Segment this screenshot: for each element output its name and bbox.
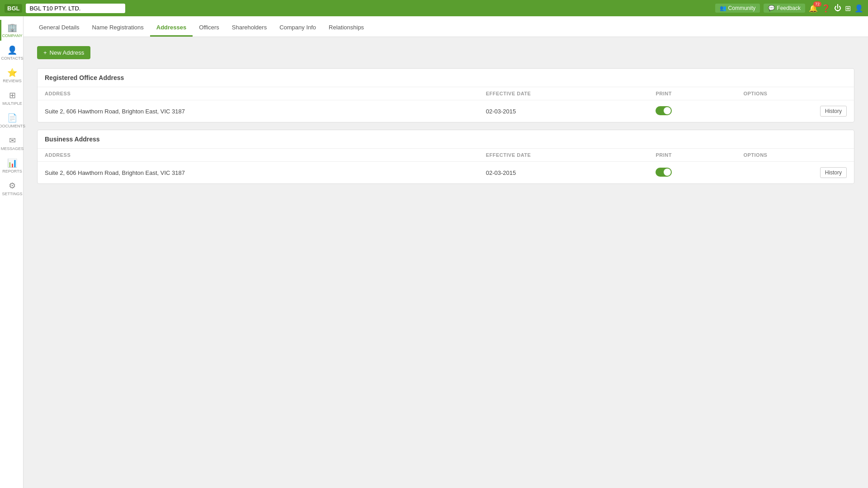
col-address-2: ADDRESS xyxy=(38,149,479,162)
feedback-button[interactable]: 💬 Feedback xyxy=(764,4,805,13)
business-address-header-row: ADDRESS EFFECTIVE DATE PRINT OPTIONS xyxy=(38,149,854,162)
col-effective-date-2: EFFECTIVE DATE xyxy=(479,149,649,162)
tab-bar: General Details Name Registrations Addre… xyxy=(24,16,868,37)
contacts-icon: 👤 xyxy=(7,45,17,55)
tab-name-registrations[interactable]: Name Registrations xyxy=(86,19,150,37)
user-icon[interactable]: 👤 xyxy=(854,4,863,13)
topbar-logo: BGL xyxy=(5,4,22,13)
business-print-toggle xyxy=(648,162,736,184)
table-row: Suite 2, 606 Hawthorn Road, Brighton Eas… xyxy=(38,100,854,122)
sidebar-item-messages[interactable]: ✉ MESSAGES xyxy=(0,133,23,154)
registered-address-value: Suite 2, 606 Hawthorn Road, Brighton Eas… xyxy=(38,100,479,122)
sidebar-item-documents[interactable]: 📄 DOCUMENTS xyxy=(0,110,23,131)
registered-print-toggle xyxy=(648,100,736,122)
sidebar-item-multiple-label: MULTIPLE xyxy=(2,101,22,106)
business-options-cell: History xyxy=(736,162,854,184)
registered-address-table: ADDRESS EFFECTIVE DATE PRINT OPTIONS Sui… xyxy=(38,87,854,122)
sidebar-item-settings[interactable]: ⚙ SETTINGS xyxy=(0,178,23,199)
addresses-content: + New Address Registered Office Address … xyxy=(24,37,868,200)
community-button[interactable]: 👥 Community xyxy=(715,4,760,13)
grid-icon[interactable]: ⊞ xyxy=(845,4,851,13)
sidebar-item-reports[interactable]: 📊 REPORTS xyxy=(0,155,23,176)
registered-address-header-row: ADDRESS EFFECTIVE DATE PRINT OPTIONS xyxy=(38,87,854,100)
community-label: Community xyxy=(728,5,756,11)
sidebar-item-company[interactable]: 🏢 COMPANY xyxy=(0,20,23,41)
main-content: General Details Name Registrations Addre… xyxy=(24,16,868,488)
business-address-value: Suite 2, 606 Hawthorn Road, Brighton Eas… xyxy=(38,162,479,184)
registered-effective-date: 02-03-2015 xyxy=(479,100,649,122)
topbar-left: BGL xyxy=(5,4,125,13)
reviews-icon: ⭐ xyxy=(7,68,17,78)
registered-print-toggle-control[interactable] xyxy=(656,106,672,115)
col-options-2: OPTIONS xyxy=(736,149,854,162)
col-print-2: PRINT xyxy=(648,149,736,162)
power-icon[interactable]: ⏻ xyxy=(834,4,841,12)
tab-relationships[interactable]: Relationships xyxy=(322,19,370,37)
sidebar-item-company-label: COMPANY xyxy=(2,33,23,38)
sidebar-item-messages-label: MESSAGES xyxy=(1,146,24,151)
topbar-right: 👥 Community 💬 Feedback 🔔 72 ❓ ⏻ ⊞ 👤 xyxy=(715,4,863,13)
tab-officers[interactable]: Officers xyxy=(193,19,226,37)
business-address-title: Business Address xyxy=(38,130,854,149)
company-search-input[interactable] xyxy=(26,4,125,13)
tab-addresses[interactable]: Addresses xyxy=(150,19,193,37)
reports-icon: 📊 xyxy=(7,158,17,168)
settings-icon: ⚙ xyxy=(9,181,16,191)
sidebar-item-settings-label: SETTINGS xyxy=(2,192,23,196)
new-address-button[interactable]: + New Address xyxy=(37,46,90,59)
col-print-1: PRINT xyxy=(648,87,736,100)
messages-icon: ✉ xyxy=(9,136,16,145)
business-address-card: Business Address ADDRESS EFFECTIVE DATE … xyxy=(37,130,854,184)
table-row: Suite 2, 606 Hawthorn Road, Brighton Eas… xyxy=(38,162,854,184)
sidebar-item-contacts-label: CONTACTS xyxy=(1,56,24,61)
sidebar-item-documents-label: DOCUMENTS xyxy=(0,124,25,128)
tab-general-details[interactable]: General Details xyxy=(33,19,86,37)
plus-icon: + xyxy=(43,49,47,56)
sidebar-item-multiple[interactable]: ⊞ MULTIPLE xyxy=(0,88,23,108)
sidebar-item-contacts[interactable]: 👤 CONTACTS xyxy=(0,42,23,63)
registered-address-title: Registered Office Address xyxy=(38,69,854,87)
business-print-toggle-control[interactable] xyxy=(656,168,672,177)
business-address-table: ADDRESS EFFECTIVE DATE PRINT OPTIONS Sui… xyxy=(38,149,854,183)
community-icon: 👥 xyxy=(720,5,726,11)
company-icon: 🏢 xyxy=(7,23,17,33)
app-layout: 🏢 COMPANY 👤 CONTACTS ⭐ REVIEWS ⊞ MULTIPL… xyxy=(0,16,868,488)
sidebar-item-reviews-label: REVIEWS xyxy=(3,79,22,83)
notification-badge: 72 xyxy=(813,1,821,7)
col-effective-date-1: EFFECTIVE DATE xyxy=(479,87,649,100)
registered-address-card: Registered Office Address ADDRESS EFFECT… xyxy=(37,68,854,122)
business-effective-date: 02-03-2015 xyxy=(479,162,649,184)
sidebar-item-reviews[interactable]: ⭐ REVIEWS xyxy=(0,65,23,86)
sidebar: 🏢 COMPANY 👤 CONTACTS ⭐ REVIEWS ⊞ MULTIPL… xyxy=(0,16,24,488)
notification-bell[interactable]: 🔔 72 xyxy=(809,4,818,13)
new-address-label: New Address xyxy=(50,49,85,56)
help-icon[interactable]: ❓ xyxy=(821,4,830,13)
feedback-label: Feedback xyxy=(777,5,801,11)
topbar: BGL 👥 Community 💬 Feedback 🔔 72 ❓ ⏻ ⊞ 👤 xyxy=(0,0,868,16)
tab-company-info[interactable]: Company Info xyxy=(273,19,322,37)
registered-history-button[interactable]: History xyxy=(820,106,847,117)
feedback-icon: 💬 xyxy=(768,5,775,11)
sidebar-item-reports-label: REPORTS xyxy=(2,169,22,174)
documents-icon: 📄 xyxy=(7,113,17,123)
business-history-button[interactable]: History xyxy=(820,167,847,178)
tab-shareholders[interactable]: Shareholders xyxy=(226,19,273,37)
multiple-icon: ⊞ xyxy=(9,90,16,100)
registered-options-cell: History xyxy=(736,100,854,122)
col-options-1: OPTIONS xyxy=(736,87,854,100)
col-address-1: ADDRESS xyxy=(38,87,479,100)
